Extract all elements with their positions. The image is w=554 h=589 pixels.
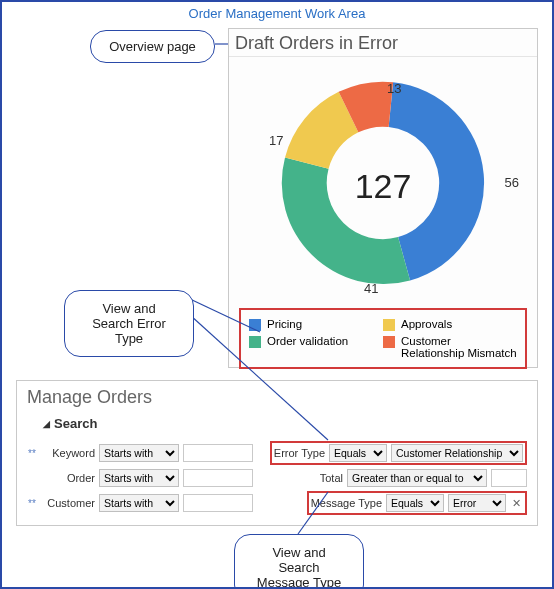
legend-item-pricing: Pricing (249, 316, 383, 333)
donut-chart: 127 13 56 41 17 (229, 67, 537, 302)
chart-label-cust-rel: 13 (387, 81, 401, 96)
search-grid: ** Keyword Starts with Error Type Equals… (23, 439, 531, 517)
swatch-approvals (383, 319, 395, 331)
search-heading-label: Search (54, 416, 97, 431)
chart-label-order-validation: 41 (364, 281, 378, 296)
error-type-op-select[interactable]: Equals (329, 444, 387, 462)
legend-item-cust-rel: Customer Relationship Mismatch (383, 333, 517, 361)
swatch-pricing (249, 319, 261, 331)
message-type-label: Message Type (311, 497, 382, 509)
chart-legend: Pricing Approvals Order validation Custo… (239, 308, 527, 369)
message-type-op-select[interactable]: Equals (386, 494, 444, 512)
close-icon[interactable]: ✕ (510, 497, 523, 510)
legend-item-approvals: Approvals (383, 316, 517, 333)
legend-item-order-validation: Order validation (249, 333, 383, 361)
chart-label-approvals: 17 (269, 133, 283, 148)
customer-op-select[interactable]: Starts with (99, 494, 179, 512)
total-label: Total (320, 472, 343, 484)
required-marker: ** (27, 498, 39, 509)
customer-label: Customer (43, 497, 95, 509)
order-label: Order (43, 472, 95, 484)
legend-label: Customer Relationship Mismatch (401, 335, 517, 359)
donut-total: 127 (355, 167, 412, 206)
search-row-order-total: Order Starts with Total Greater than or … (23, 467, 531, 489)
total-op-select[interactable]: Greater than or equal to (347, 469, 487, 487)
customer-input[interactable] (183, 494, 253, 512)
error-type-value-select[interactable]: Customer Relationship (391, 444, 523, 462)
keyword-op-select[interactable]: Starts with (99, 444, 179, 462)
error-type-group: Error Type Equals Customer Relationship (270, 441, 527, 465)
collapse-icon: ◢ (43, 419, 50, 429)
message-type-value-select[interactable]: Error (448, 494, 506, 512)
manage-orders-title: Manage Orders (23, 385, 531, 414)
search-row-customer-msgtype: ** Customer Starts with Message Type Equ… (23, 489, 531, 517)
callout-overview: Overview page (90, 30, 215, 63)
legend-label: Approvals (401, 318, 452, 330)
search-row-keyword-errortype: ** Keyword Starts with Error Type Equals… (23, 439, 531, 467)
page-title: Order Management Work Area (2, 2, 552, 27)
search-heading[interactable]: ◢ Search (23, 414, 531, 439)
keyword-input[interactable] (183, 444, 253, 462)
keyword-label: Keyword (43, 447, 95, 459)
swatch-cust-rel (383, 336, 395, 348)
order-op-select[interactable]: Starts with (99, 469, 179, 487)
required-marker: ** (27, 448, 39, 459)
chart-label-pricing: 56 (505, 175, 519, 190)
error-type-label: Error Type (274, 447, 325, 459)
callout-message-type: View and Search Message Type (234, 534, 364, 589)
message-type-group: Message Type Equals Error ✕ (307, 491, 527, 515)
legend-label: Order validation (267, 335, 348, 347)
chart-title: Draft Orders in Error (229, 29, 537, 57)
total-input[interactable] (491, 469, 527, 487)
chart-panel: Draft Orders in Error 127 13 56 41 17 (228, 28, 538, 368)
manage-orders-panel: Manage Orders ◢ Search ** Keyword Starts… (16, 380, 538, 526)
order-input[interactable] (183, 469, 253, 487)
swatch-order-validation (249, 336, 261, 348)
callout-error-type: View and Search Error Type (64, 290, 194, 357)
legend-label: Pricing (267, 318, 302, 330)
